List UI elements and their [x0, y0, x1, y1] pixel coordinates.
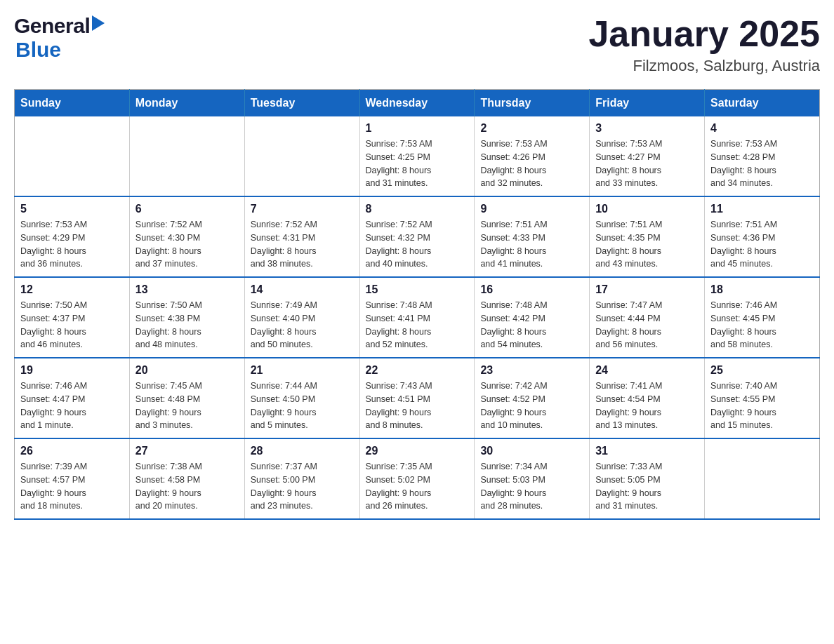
- month-title: January 2025: [588, 14, 820, 54]
- day-number: 29: [366, 445, 469, 457]
- day-info: Sunrise: 7:46 AMSunset: 4:47 PMDaylight:…: [20, 380, 124, 432]
- day-info: Sunrise: 7:48 AMSunset: 4:41 PMDaylight:…: [366, 299, 469, 351]
- calendar-cell: 7Sunrise: 7:52 AMSunset: 4:31 PMDaylight…: [244, 196, 359, 277]
- day-number: 28: [251, 445, 354, 457]
- day-info: Sunrise: 7:51 AMSunset: 4:35 PMDaylight:…: [595, 218, 699, 271]
- day-info: Sunrise: 7:34 AMSunset: 5:03 PMDaylight:…: [480, 460, 583, 513]
- day-number: 23: [480, 364, 583, 377]
- calendar-cell: 15Sunrise: 7:48 AMSunset: 4:41 PMDayligh…: [359, 277, 475, 358]
- day-info: Sunrise: 7:40 AMSunset: 4:55 PMDaylight:…: [710, 380, 814, 432]
- calendar-cell: 26Sunrise: 7:39 AMSunset: 4:57 PMDayligh…: [15, 438, 130, 519]
- day-number: 4: [710, 122, 814, 135]
- day-number: 22: [366, 364, 469, 377]
- calendar-week-3: 12Sunrise: 7:50 AMSunset: 4:37 PMDayligh…: [15, 277, 820, 358]
- title-block: January 2025 Filzmoos, Salzburg, Austria: [588, 14, 820, 75]
- calendar-cell: 31Sunrise: 7:33 AMSunset: 5:05 PMDayligh…: [590, 438, 705, 519]
- day-number: 5: [20, 203, 124, 215]
- day-info: Sunrise: 7:47 AMSunset: 4:44 PMDaylight:…: [595, 299, 699, 351]
- calendar-week-1: 1Sunrise: 7:53 AMSunset: 4:25 PMDaylight…: [15, 116, 820, 196]
- day-header-tuesday: Tuesday: [244, 90, 359, 117]
- calendar-cell: 23Sunrise: 7:42 AMSunset: 4:52 PMDayligh…: [475, 358, 590, 438]
- calendar-cell: 2Sunrise: 7:53 AMSunset: 4:26 PMDaylight…: [475, 116, 590, 196]
- calendar-cell: 13Sunrise: 7:50 AMSunset: 4:38 PMDayligh…: [129, 277, 244, 358]
- calendar-cell: 3Sunrise: 7:53 AMSunset: 4:27 PMDaylight…: [590, 116, 705, 196]
- day-info: Sunrise: 7:42 AMSunset: 4:52 PMDaylight:…: [480, 380, 583, 432]
- day-number: 15: [366, 283, 469, 296]
- calendar-header-row: SundayMondayTuesdayWednesdayThursdayFrid…: [15, 90, 820, 117]
- day-info: Sunrise: 7:52 AMSunset: 4:30 PMDaylight:…: [135, 218, 239, 271]
- day-number: 20: [135, 364, 239, 377]
- calendar-cell: 1Sunrise: 7:53 AMSunset: 4:25 PMDaylight…: [359, 116, 475, 196]
- calendar-cell: 29Sunrise: 7:35 AMSunset: 5:02 PMDayligh…: [359, 438, 475, 519]
- calendar-cell: 22Sunrise: 7:43 AMSunset: 4:51 PMDayligh…: [359, 358, 475, 438]
- calendar-cell: 4Sunrise: 7:53 AMSunset: 4:28 PMDaylight…: [705, 116, 820, 196]
- day-number: 2: [480, 122, 583, 135]
- day-header-sunday: Sunday: [15, 90, 130, 117]
- day-header-friday: Friday: [590, 90, 705, 117]
- calendar-cell: 28Sunrise: 7:37 AMSunset: 5:00 PMDayligh…: [244, 438, 359, 519]
- calendar-cell: 16Sunrise: 7:48 AMSunset: 4:42 PMDayligh…: [475, 277, 590, 358]
- calendar-week-4: 19Sunrise: 7:46 AMSunset: 4:47 PMDayligh…: [15, 358, 820, 438]
- calendar-cell: [15, 116, 130, 196]
- day-number: 25: [710, 364, 814, 377]
- day-info: Sunrise: 7:43 AMSunset: 4:51 PMDaylight:…: [366, 380, 469, 432]
- day-number: 26: [20, 445, 124, 457]
- calendar-table: SundayMondayTuesdayWednesdayThursdayFrid…: [14, 89, 820, 520]
- calendar-cell: [705, 438, 820, 519]
- day-number: 19: [20, 364, 124, 377]
- day-number: 14: [251, 283, 354, 296]
- day-number: 9: [480, 203, 583, 215]
- calendar-cell: 24Sunrise: 7:41 AMSunset: 4:54 PMDayligh…: [590, 358, 705, 438]
- day-info: Sunrise: 7:39 AMSunset: 4:57 PMDaylight:…: [20, 460, 124, 513]
- logo-general-text: General: [14, 14, 90, 38]
- calendar-cell: 5Sunrise: 7:53 AMSunset: 4:29 PMDaylight…: [15, 196, 130, 277]
- day-info: Sunrise: 7:38 AMSunset: 4:58 PMDaylight:…: [135, 460, 239, 513]
- day-number: 16: [480, 283, 583, 296]
- day-info: Sunrise: 7:45 AMSunset: 4:48 PMDaylight:…: [135, 380, 239, 432]
- day-info: Sunrise: 7:53 AMSunset: 4:29 PMDaylight:…: [20, 218, 124, 271]
- day-number: 8: [366, 203, 469, 215]
- day-info: Sunrise: 7:52 AMSunset: 4:31 PMDaylight:…: [251, 218, 354, 271]
- page-header: General Blue January 2025 Filzmoos, Salz…: [14, 14, 820, 75]
- day-number: 12: [20, 283, 124, 296]
- day-number: 1: [366, 122, 469, 135]
- day-info: Sunrise: 7:50 AMSunset: 4:37 PMDaylight:…: [20, 299, 124, 351]
- calendar-cell: 6Sunrise: 7:52 AMSunset: 4:30 PMDaylight…: [129, 196, 244, 277]
- calendar-cell: [129, 116, 244, 196]
- calendar-cell: 30Sunrise: 7:34 AMSunset: 5:03 PMDayligh…: [475, 438, 590, 519]
- calendar-cell: 21Sunrise: 7:44 AMSunset: 4:50 PMDayligh…: [244, 358, 359, 438]
- logo-arrow-icon: [92, 15, 105, 34]
- day-header-saturday: Saturday: [705, 90, 820, 117]
- day-number: 21: [251, 364, 354, 377]
- logo-blue-text: Blue: [15, 38, 61, 62]
- day-number: 24: [595, 364, 699, 377]
- day-info: Sunrise: 7:51 AMSunset: 4:33 PMDaylight:…: [480, 218, 583, 271]
- calendar-cell: 11Sunrise: 7:51 AMSunset: 4:36 PMDayligh…: [705, 196, 820, 277]
- logo: General Blue: [14, 14, 105, 62]
- day-info: Sunrise: 7:53 AMSunset: 4:28 PMDaylight:…: [710, 137, 814, 190]
- day-info: Sunrise: 7:35 AMSunset: 5:02 PMDaylight:…: [366, 460, 469, 513]
- day-number: 11: [710, 203, 814, 215]
- day-info: Sunrise: 7:51 AMSunset: 4:36 PMDaylight:…: [710, 218, 814, 271]
- day-info: Sunrise: 7:52 AMSunset: 4:32 PMDaylight:…: [366, 218, 469, 271]
- day-number: 30: [480, 445, 583, 457]
- day-info: Sunrise: 7:53 AMSunset: 4:25 PMDaylight:…: [366, 137, 469, 190]
- day-info: Sunrise: 7:33 AMSunset: 5:05 PMDaylight:…: [595, 460, 699, 513]
- day-info: Sunrise: 7:50 AMSunset: 4:38 PMDaylight:…: [135, 299, 239, 351]
- calendar-week-5: 26Sunrise: 7:39 AMSunset: 4:57 PMDayligh…: [15, 438, 820, 519]
- calendar-cell: 9Sunrise: 7:51 AMSunset: 4:33 PMDaylight…: [475, 196, 590, 277]
- calendar-cell: 12Sunrise: 7:50 AMSunset: 4:37 PMDayligh…: [15, 277, 130, 358]
- day-header-wednesday: Wednesday: [359, 90, 475, 117]
- calendar-cell: 19Sunrise: 7:46 AMSunset: 4:47 PMDayligh…: [15, 358, 130, 438]
- day-info: Sunrise: 7:53 AMSunset: 4:26 PMDaylight:…: [480, 137, 583, 190]
- calendar-cell: [244, 116, 359, 196]
- location-subtitle: Filzmoos, Salzburg, Austria: [588, 57, 820, 75]
- day-header-thursday: Thursday: [475, 90, 590, 117]
- day-number: 13: [135, 283, 239, 296]
- calendar-cell: 14Sunrise: 7:49 AMSunset: 4:40 PMDayligh…: [244, 277, 359, 358]
- day-info: Sunrise: 7:46 AMSunset: 4:45 PMDaylight:…: [710, 299, 814, 351]
- day-number: 10: [595, 203, 699, 215]
- calendar-cell: 17Sunrise: 7:47 AMSunset: 4:44 PMDayligh…: [590, 277, 705, 358]
- day-info: Sunrise: 7:37 AMSunset: 5:00 PMDaylight:…: [251, 460, 354, 513]
- calendar-cell: 25Sunrise: 7:40 AMSunset: 4:55 PMDayligh…: [705, 358, 820, 438]
